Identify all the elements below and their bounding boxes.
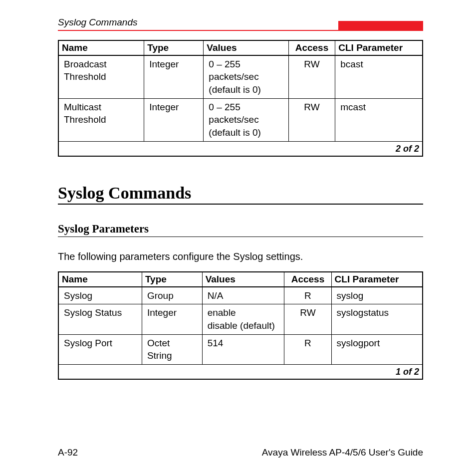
cell-values: 0 – 255 packets/sec (default is 0) <box>204 98 288 141</box>
table-row: Broadcast Threshold Integer 0 – 255 pack… <box>58 55 423 98</box>
th-type: Type <box>142 272 202 287</box>
cell-type: Integer <box>142 304 202 334</box>
th-cli: CLI Parameter <box>335 40 423 55</box>
table-pager: 2 of 2 <box>58 141 423 156</box>
page-header: Syslog Commands <box>58 17 423 31</box>
cell-name: Syslog Status <box>58 304 142 334</box>
cell-values: 0 – 255 packets/sec (default is 0) <box>204 55 288 98</box>
intro-paragraph: The following parameters configure the S… <box>58 251 423 262</box>
table-row: Syslog Port Octet String 514 R syslogpor… <box>58 334 423 364</box>
cell-cli: bcast <box>335 55 423 98</box>
table-pager-row: 2 of 2 <box>58 141 423 156</box>
table-header-row: Name Type Values Access CLI Parameter <box>58 272 423 287</box>
cell-type: Octet String <box>142 334 202 364</box>
cell-cli: syslogstatus <box>331 304 423 334</box>
th-name: Name <box>58 272 142 287</box>
page-number: A-92 <box>58 447 78 458</box>
cell-type: Group <box>142 287 202 304</box>
cell-values: enable disable (default) <box>202 304 284 334</box>
cell-access: RW <box>288 98 335 141</box>
table-row: Multicast Threshold Integer 0 – 255 pack… <box>58 98 423 141</box>
footer-title: Avaya Wireless AP-4/5/6 User's Guide <box>262 447 423 458</box>
cell-type: Integer <box>144 55 204 98</box>
th-cli: CLI Parameter <box>331 272 423 287</box>
th-values: Values <box>202 272 284 287</box>
th-values: Values <box>204 40 288 55</box>
cell-values: 514 <box>202 334 284 364</box>
table-pager: 1 of 2 <box>58 364 423 379</box>
cell-access: R <box>284 334 331 364</box>
threshold-table: Name Type Values Access CLI Parameter Br… <box>58 40 423 157</box>
th-type: Type <box>144 40 204 55</box>
cell-name: Syslog Port <box>58 334 142 364</box>
section-heading: Syslog Commands <box>58 184 423 205</box>
th-access: Access <box>288 40 335 55</box>
cell-cli: syslog <box>331 287 423 304</box>
table-row: Syslog Group N/A R syslog <box>58 287 423 304</box>
cell-name: Syslog <box>58 287 142 304</box>
table-row: Syslog Status Integer enable disable (de… <box>58 304 423 334</box>
cell-cli: mcast <box>335 98 423 141</box>
page-footer: A-92 Avaya Wireless AP-4/5/6 User's Guid… <box>58 447 423 458</box>
syslog-table: Name Type Values Access CLI Parameter Sy… <box>58 271 423 380</box>
header-title: Syslog Commands <box>58 17 338 30</box>
th-name: Name <box>58 40 144 55</box>
table-pager-row: 1 of 2 <box>58 364 423 379</box>
cell-cli: syslogport <box>331 334 423 364</box>
cell-name: Broadcast Threshold <box>58 55 144 98</box>
cell-access: RW <box>288 55 335 98</box>
cell-values: N/A <box>202 287 284 304</box>
cell-access: RW <box>284 304 331 334</box>
cell-type: Integer <box>144 98 204 141</box>
cell-name: Multicast Threshold <box>58 98 144 141</box>
th-access: Access <box>284 272 331 287</box>
table-header-row: Name Type Values Access CLI Parameter <box>58 40 423 55</box>
subsection-heading: Syslog Parameters <box>58 223 423 237</box>
cell-access: R <box>284 287 331 304</box>
header-accent-bar <box>338 21 423 30</box>
